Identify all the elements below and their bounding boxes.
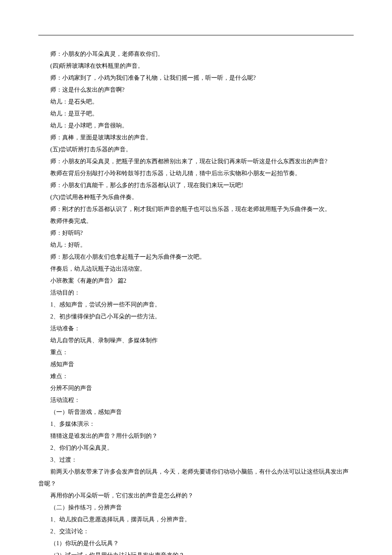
text-line: 活动流程： (38, 394, 354, 406)
text-line: （二）操作练习，分辨声音 (38, 502, 354, 514)
text-line: 1、感知声音，尝试分辨一些不同的声音。 (38, 299, 354, 311)
text-line: 再用你的小耳朵听一听，它们发出的声音是怎么样的？ (38, 490, 354, 502)
text-line: 师：这是什么发出的声音啊? (38, 84, 354, 96)
text-line: (六)尝试用各种瓶子为乐曲伴奏。 (38, 191, 354, 203)
text-line: 教师在背后分别敲打小玲和铃鼓等打击乐器，让幼儿猜，猜中后出示实物和小朋友一起拍节… (38, 168, 354, 179)
text-line: 幼儿：好听。 (38, 239, 354, 251)
text-line: 师：小朋友的耳朵真灵，把瓶子里的东西都辨别出来了，现在让我们再来听一听这是什么东… (38, 156, 354, 168)
text-line: 师：刚才的打击乐器都认识了，刚才我们听声音的瓶子也可以当乐器，现在老师就用瓶子为… (38, 203, 354, 215)
text-line: 1、多媒体演示： (38, 418, 354, 430)
text-line: 幼儿自带的玩具、录制噪声、多媒体制作 (38, 335, 354, 347)
text-line: 教师伴奏完成。 (38, 215, 354, 227)
text-line: 3、过渡： (38, 454, 354, 466)
text-line: 感知声音 (38, 358, 354, 370)
text-line: 幼儿：是豆子吧。 (38, 108, 354, 120)
text-line: 师：那么现在小朋友们也拿起瓶子一起为乐曲伴奏一次吧。 (38, 251, 354, 263)
text-line: 2、交流讨论： (38, 526, 354, 538)
text-line: 前两天小朋友带来了许多会发声音的玩具，今天，老师先要请你们动动小脑筋，有什么办法… (38, 466, 354, 478)
text-line: 2、初步懂得保护自己小耳朵的一些方法。 (38, 311, 354, 323)
text-line: (四)听辨玻璃球在饮料瓶里的声音。 (38, 60, 354, 72)
text-line: （2）试一试：你是用什办法让玩具发出声音来的？ (38, 549, 354, 555)
horizontal-rule (38, 35, 354, 35)
text-line: 难点： (38, 370, 354, 382)
text-line: （1）你玩的是什么玩具？ (38, 538, 354, 549)
text-line: (五)尝试听辨打击乐器的声音。 (38, 144, 354, 156)
text-line: 活动目的： (38, 287, 354, 299)
text-line: 师：小朋友们真能干，那么多的打击乐器都认识了，现在我们来玩一玩吧! (38, 179, 354, 191)
document-page: 师：小朋友的小耳朵真灵，老师喜欢你们。 (四)听辨玻璃球在饮料瓶里的声音。 师：… (0, 0, 392, 555)
text-line: 活动准备： (38, 323, 354, 335)
text-line: 幼儿：是石头吧。 (38, 96, 354, 108)
text-line: 师：小朋友的小耳朵真灵，老师喜欢你们。 (38, 48, 354, 60)
text-line: 2、你们的小耳朵真灵。 (38, 442, 354, 454)
text-line: 猜猜这是谁发出的声音？用什么听到的？ (38, 430, 354, 442)
text-line: 伴奏后，幼儿边玩瓶子边出活动室。 (38, 263, 354, 275)
text-line: 重点： (38, 347, 354, 358)
text-line: （一）听音游戏，感知声音 (38, 406, 354, 418)
text-line: 师：真棒，里面是玻璃球发出的声音。 (38, 132, 354, 144)
text-line: 小班教案《有趣的声音》 篇2 (38, 275, 354, 287)
text-line: 分辨不同的声音 (38, 382, 354, 394)
text-line: 幼儿：是小球吧，声音很响。 (38, 120, 354, 132)
text-line-continuation: 音呢？ (38, 478, 354, 490)
text-line: 1、幼儿按自己意愿选择玩具，摆弄玩具，分辨声音。 (38, 514, 354, 526)
text-line: 师：好听吗? (38, 227, 354, 239)
text-line: 师：小鸡家到了，小鸡为我们准备了礼物，让我们摇一摇，听一听，是什么呢? (38, 72, 354, 84)
